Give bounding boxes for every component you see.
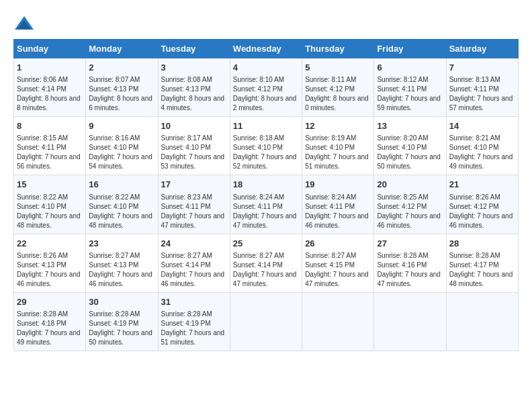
calendar-cell: 13Sunrise: 8:20 AMSunset: 4:10 PMDayligh… <box>374 117 446 175</box>
calendar-cell: 28Sunrise: 8:28 AMSunset: 4:17 PMDayligh… <box>446 234 518 292</box>
sunrise-text: Sunrise: 8:28 AM <box>377 252 428 259</box>
sunrise-text: Sunrise: 8:16 AM <box>89 134 140 142</box>
sunset-text: Sunset: 4:11 PM <box>377 85 427 93</box>
daylight-text: Daylight: 7 hours and 47 minutes. <box>377 271 441 287</box>
sunrise-text: Sunrise: 8:22 AM <box>17 193 68 201</box>
sunset-text: Sunset: 4:10 PM <box>305 144 355 151</box>
sunrise-text: Sunrise: 8:28 AM <box>17 310 68 318</box>
day-number: 4 <box>233 62 299 74</box>
day-number: 16 <box>89 179 154 191</box>
sunset-text: Sunset: 4:10 PM <box>89 203 138 210</box>
daylight-text: Daylight: 8 hours and 2 minutes. <box>233 95 297 111</box>
sunset-text: Sunset: 4:19 PM <box>89 320 138 327</box>
calendar-cell: 5Sunrise: 8:11 AMSunset: 4:12 PMDaylight… <box>302 58 374 117</box>
sunset-text: Sunset: 4:13 PM <box>17 261 66 269</box>
sunset-text: Sunset: 4:12 PM <box>305 85 355 93</box>
daylight-text: Daylight: 7 hours and 46 minutes. <box>449 212 513 229</box>
sunrise-text: Sunrise: 8:22 AM <box>89 193 140 201</box>
sunset-text: Sunset: 4:13 PM <box>161 85 211 93</box>
calendar-cell: 15Sunrise: 8:22 AMSunset: 4:10 PMDayligh… <box>14 175 86 234</box>
daylight-text: Daylight: 7 hours and 57 minutes. <box>449 95 513 111</box>
daylight-text: Daylight: 8 hours and 0 minutes. <box>305 95 369 111</box>
daylight-text: Daylight: 8 hours and 8 minutes. <box>17 95 81 111</box>
sunrise-text: Sunrise: 8:08 AM <box>161 76 212 83</box>
page-header <box>13 13 519 32</box>
calendar-cell: 14Sunrise: 8:21 AMSunset: 4:10 PMDayligh… <box>446 117 518 175</box>
calendar-cell: 27Sunrise: 8:28 AMSunset: 4:16 PMDayligh… <box>374 234 446 292</box>
calendar-cell: 1Sunrise: 8:06 AMSunset: 4:14 PMDaylight… <box>14 58 86 117</box>
sunset-text: Sunset: 4:16 PM <box>377 261 427 269</box>
daylight-text: Daylight: 7 hours and 48 minutes. <box>89 212 152 229</box>
sunset-text: Sunset: 4:11 PM <box>305 203 355 210</box>
sunrise-text: Sunrise: 8:06 AM <box>17 76 68 83</box>
sunrise-text: Sunrise: 8:11 AM <box>305 76 356 83</box>
col-header-wednesday: Wednesday <box>230 40 302 58</box>
day-number: 25 <box>233 238 299 250</box>
col-header-sunday: Sunday <box>14 40 86 58</box>
calendar-table: SundayMondayTuesdayWednesdayThursdayFrid… <box>13 39 519 351</box>
calendar-cell: 26Sunrise: 8:27 AMSunset: 4:15 PMDayligh… <box>302 234 374 292</box>
sunrise-text: Sunrise: 8:23 AM <box>161 193 212 201</box>
sunrise-text: Sunrise: 8:27 AM <box>161 252 212 259</box>
day-number: 8 <box>17 120 83 132</box>
sunset-text: Sunset: 4:12 PM <box>377 203 427 210</box>
sunrise-text: Sunrise: 8:07 AM <box>89 76 140 83</box>
sunset-text: Sunset: 4:12 PM <box>233 85 283 93</box>
daylight-text: Daylight: 7 hours and 52 minutes. <box>233 153 297 170</box>
day-number: 15 <box>17 179 83 191</box>
sunrise-text: Sunrise: 8:24 AM <box>305 193 356 201</box>
sunrise-text: Sunrise: 8:20 AM <box>377 134 428 142</box>
sunset-text: Sunset: 4:10 PM <box>161 144 211 151</box>
day-number: 2 <box>89 62 154 74</box>
logo-icon <box>15 13 34 32</box>
logo <box>13 13 34 32</box>
calendar-cell: 11Sunrise: 8:18 AMSunset: 4:10 PMDayligh… <box>230 117 302 175</box>
calendar-cell: 3Sunrise: 8:08 AMSunset: 4:13 PMDaylight… <box>158 58 230 117</box>
sunset-text: Sunset: 4:10 PM <box>17 203 66 210</box>
day-number: 1 <box>17 62 83 74</box>
sunset-text: Sunset: 4:11 PM <box>233 203 283 210</box>
daylight-text: Daylight: 7 hours and 46 minutes. <box>377 212 441 229</box>
sunrise-text: Sunrise: 8:28 AM <box>89 310 140 318</box>
calendar-cell: 20Sunrise: 8:25 AMSunset: 4:12 PMDayligh… <box>374 175 446 234</box>
daylight-text: Daylight: 7 hours and 51 minutes. <box>305 153 369 170</box>
daylight-text: Daylight: 7 hours and 54 minutes. <box>89 153 152 170</box>
day-number: 31 <box>161 296 227 308</box>
calendar-cell: 2Sunrise: 8:07 AMSunset: 4:13 PMDaylight… <box>86 58 158 117</box>
calendar-cell: 23Sunrise: 8:27 AMSunset: 4:13 PMDayligh… <box>86 234 158 292</box>
day-number: 5 <box>305 62 371 74</box>
daylight-text: Daylight: 7 hours and 46 minutes. <box>89 271 152 287</box>
daylight-text: Daylight: 7 hours and 48 minutes. <box>449 271 513 287</box>
sunset-text: Sunset: 4:19 PM <box>161 320 211 327</box>
calendar-cell: 16Sunrise: 8:22 AMSunset: 4:10 PMDayligh… <box>86 175 158 234</box>
sunset-text: Sunset: 4:11 PM <box>449 85 499 93</box>
sunrise-text: Sunrise: 8:28 AM <box>449 252 500 259</box>
calendar-week-row: 29Sunrise: 8:28 AMSunset: 4:18 PMDayligh… <box>14 292 519 351</box>
sunrise-text: Sunrise: 8:26 AM <box>449 193 500 201</box>
col-header-tuesday: Tuesday <box>158 40 230 58</box>
sunset-text: Sunset: 4:10 PM <box>449 144 499 151</box>
calendar-cell <box>374 292 446 351</box>
sunrise-text: Sunrise: 8:26 AM <box>17 252 68 259</box>
day-number: 28 <box>449 238 515 250</box>
sunset-text: Sunset: 4:12 PM <box>449 203 499 210</box>
calendar-cell: 29Sunrise: 8:28 AMSunset: 4:18 PMDayligh… <box>14 292 86 351</box>
sunrise-text: Sunrise: 8:10 AM <box>233 76 284 83</box>
sunset-text: Sunset: 4:15 PM <box>305 261 355 269</box>
sunset-text: Sunset: 4:18 PM <box>17 320 66 327</box>
day-number: 21 <box>449 179 515 191</box>
day-number: 3 <box>161 62 227 74</box>
day-number: 26 <box>305 238 371 250</box>
calendar-cell <box>446 292 518 351</box>
calendar-week-row: 15Sunrise: 8:22 AMSunset: 4:10 PMDayligh… <box>14 175 519 234</box>
sunrise-text: Sunrise: 8:27 AM <box>305 252 356 259</box>
calendar-cell: 10Sunrise: 8:17 AMSunset: 4:10 PMDayligh… <box>158 117 230 175</box>
daylight-text: Daylight: 7 hours and 47 minutes. <box>161 212 225 229</box>
day-number: 17 <box>161 179 227 191</box>
daylight-text: Daylight: 7 hours and 50 minutes. <box>377 153 441 170</box>
daylight-text: Daylight: 7 hours and 47 minutes. <box>233 212 297 229</box>
col-header-thursday: Thursday <box>302 40 374 58</box>
calendar-cell: 31Sunrise: 8:28 AMSunset: 4:19 PMDayligh… <box>158 292 230 351</box>
sunrise-text: Sunrise: 8:17 AM <box>161 134 212 142</box>
daylight-text: Daylight: 7 hours and 49 minutes. <box>449 153 513 170</box>
